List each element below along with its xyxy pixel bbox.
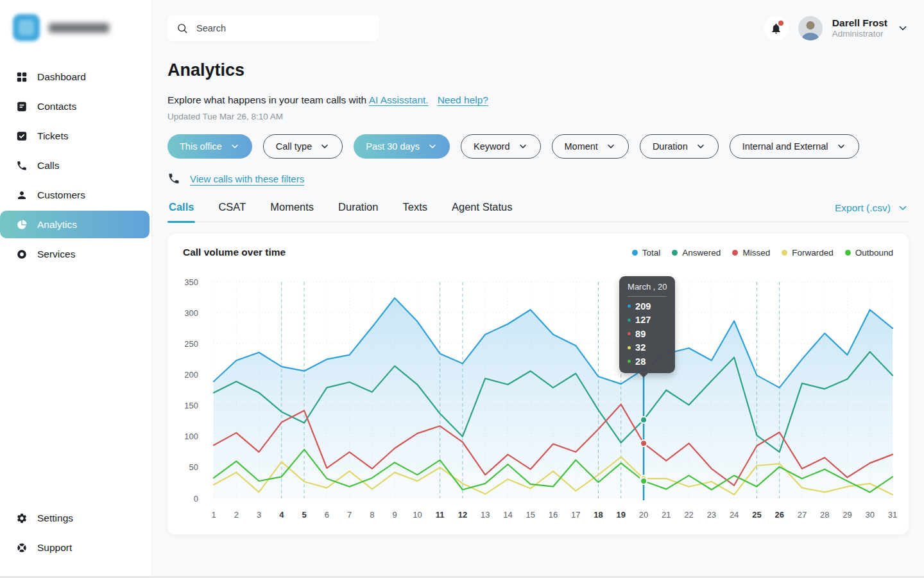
legend-dot-icon (632, 250, 638, 256)
legend-dot-icon (672, 250, 678, 256)
chart-card-header: Call volume over time Total Answered Mis… (167, 234, 909, 258)
filter-chip-call-type[interactable]: Call type (263, 134, 343, 159)
filter-chip-internal-and-external[interactable]: Internal and External (730, 134, 859, 159)
sidebar-item-contacts[interactable]: Contacts (0, 92, 151, 120)
tab-csat[interactable]: CSAT (217, 201, 247, 222)
svg-text:17: 17 (571, 510, 580, 520)
tab-duration[interactable]: Duration (337, 201, 379, 222)
chevron-down-icon (320, 141, 330, 152)
sidebar-item-label: Customers (37, 189, 85, 201)
sidebar-item-label: Support (37, 542, 72, 554)
svg-text:9: 9 (393, 510, 397, 520)
app-logo[interactable] (0, 12, 151, 44)
svg-text:3: 3 (257, 510, 261, 520)
services-icon (16, 249, 28, 260)
avatar-image (798, 16, 823, 40)
sidebar-nav: Dashboard Contacts Tickets Calls Custome… (0, 63, 151, 268)
chevron-down-icon (606, 141, 616, 152)
svg-text:26: 26 (774, 510, 783, 520)
chevron-down-icon (518, 141, 528, 152)
sidebar-item-calls[interactable]: Calls (0, 152, 151, 179)
legend-label: Outbound (855, 248, 893, 258)
tab-label: Texts (402, 201, 427, 213)
svg-text:30: 30 (865, 510, 874, 520)
legend-item-forwarded[interactable]: Forwarded (782, 248, 834, 258)
filter-chip-keyword[interactable]: Keyword (461, 134, 540, 159)
subtitle-text: Explore what happens in your team calls … (167, 94, 429, 106)
sidebar-item-settings[interactable]: Settings (0, 504, 151, 532)
need-help-link[interactable]: Need help? (438, 94, 488, 106)
svg-text:150: 150 (184, 401, 198, 410)
chevron-down-icon (427, 141, 438, 152)
svg-text:14: 14 (503, 510, 512, 520)
tooltip-value: 127 (635, 315, 651, 325)
sidebar-item-support[interactable]: Support (0, 534, 151, 561)
tab-calls[interactable]: Calls (167, 201, 195, 222)
legend-item-answered[interactable]: Answered (672, 248, 721, 258)
search-bar[interactable] (167, 15, 379, 41)
sidebar-item-label: Dashboard (37, 71, 86, 83)
tab-moments[interactable]: Moments (269, 201, 315, 222)
chevron-down-icon (836, 141, 846, 152)
filter-chip-duration[interactable]: Duration (640, 134, 719, 159)
sidebar-item-tickets[interactable]: Tickets (0, 122, 151, 150)
filter-label: Moment (565, 141, 598, 152)
svg-text:25: 25 (752, 510, 761, 520)
sidebar-item-label: Analytics (37, 219, 77, 231)
tab-label: CSAT (218, 201, 246, 213)
legend-item-missed[interactable]: Missed (732, 248, 770, 258)
svg-text:7: 7 (347, 510, 352, 520)
tab-texts[interactable]: Texts (401, 201, 429, 222)
tabs: Calls CSAT Moments Duration Texts Agent … (167, 201, 513, 222)
tabs-row: Calls CSAT Moments Duration Texts Agent … (167, 201, 909, 222)
page-title: Analytics (167, 60, 924, 80)
legend-item-outbound[interactable]: Outbound (845, 248, 893, 258)
page-subtitle: Explore what happens in your team calls … (167, 94, 924, 106)
sidebar-item-label: Services (37, 249, 75, 260)
filter-chip-past-30-days[interactable]: Past 30 days (354, 134, 450, 159)
legend-item-total[interactable]: Total (632, 248, 661, 258)
logo-icon-inner (19, 20, 34, 35)
tooltip-series-dot-icon (628, 332, 631, 335)
sidebar-item-services[interactable]: Services (0, 240, 151, 268)
chevron-down-icon (696, 141, 706, 152)
sidebar-item-dashboard[interactable]: Dashboard (0, 63, 151, 91)
chart-tooltip: March , 20 209 127 89 32 28 (619, 276, 675, 373)
ai-assistant-link[interactable]: AI Assisstant. (369, 94, 429, 105)
svg-text:6: 6 (325, 510, 329, 520)
svg-text:31: 31 (888, 510, 897, 520)
sidebar-item-customers[interactable]: Customers (0, 181, 151, 209)
tooltip-value: 209 (635, 301, 651, 311)
search-icon (176, 22, 189, 35)
tab-agent-status[interactable]: Agent Status (450, 201, 513, 222)
main-content: Darell Frost Administrator Analytics Exp… (152, 0, 924, 578)
user-menu-chevron-down-icon[interactable] (897, 22, 909, 34)
view-calls-link[interactable]: View calls with these filters (190, 173, 304, 184)
tooltip-series-dot-icon (628, 304, 631, 308)
svg-text:5: 5 (302, 510, 306, 520)
filter-chip-moment[interactable]: Moment (552, 134, 629, 159)
notifications-button[interactable] (764, 16, 789, 40)
sidebar: Dashboard Contacts Tickets Calls Custome… (0, 0, 152, 578)
sidebar-footer-nav: Settings Support (0, 504, 151, 561)
search-input[interactable] (195, 22, 370, 34)
legend-label: Total (642, 248, 661, 258)
call-volume-chart[interactable]: 0501001502002503003501234567891011121314… (167, 234, 909, 534)
svg-text:0: 0 (194, 494, 198, 504)
svg-text:28: 28 (820, 510, 829, 520)
svg-text:2: 2 (234, 510, 239, 520)
filters-row: This office Call type Past 30 days Keywo… (167, 134, 924, 159)
phone-icon (167, 172, 180, 185)
user-role: Administrator (832, 29, 887, 40)
settings-icon (16, 512, 28, 524)
tab-label: Duration (338, 201, 378, 213)
avatar[interactable] (798, 16, 823, 40)
filter-label: Internal and External (742, 141, 828, 152)
svg-text:16: 16 (549, 510, 558, 520)
export-csv-button[interactable]: Export (.csv) (835, 202, 909, 222)
tooltip-value: 32 (635, 342, 646, 353)
user-info: Darell Frost Administrator (832, 17, 887, 40)
svg-text:8: 8 (370, 510, 374, 520)
filter-chip-this-office[interactable]: This office (167, 134, 252, 159)
sidebar-item-analytics[interactable]: Analytics (0, 211, 150, 238)
